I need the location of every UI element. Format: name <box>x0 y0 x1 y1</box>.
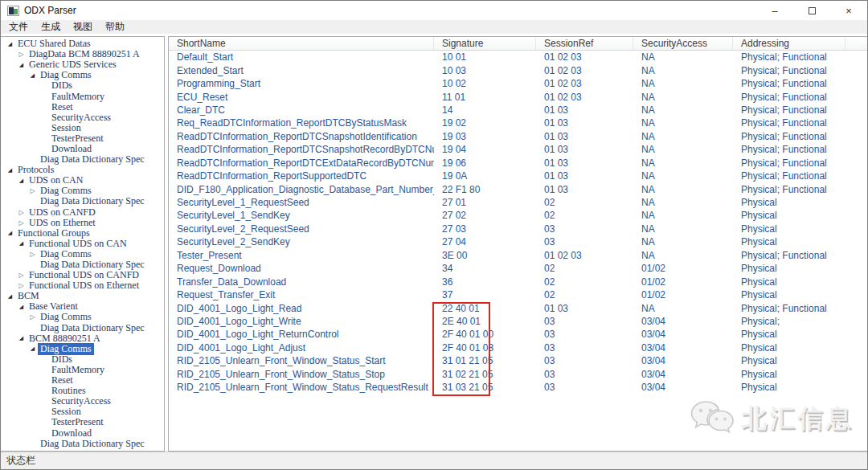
table-row[interactable]: DID_F180_Application_Diagnostic_Database… <box>169 182 867 195</box>
tree-item[interactable]: DIDs <box>1 354 164 365</box>
tree-item[interactable]: ◢BCM <box>1 291 164 301</box>
tree-item[interactable]: ▷Diag Comms <box>1 186 164 196</box>
menu-item-2[interactable]: 生成 <box>35 20 67 34</box>
expanded-icon[interactable]: ◢ <box>16 178 27 184</box>
table-row[interactable]: RID_2105_Unlearn_Front_Window_Status_Sto… <box>169 368 867 381</box>
collapsed-icon[interactable]: ▷ <box>16 219 27 227</box>
tree-item[interactable]: Session <box>1 407 164 417</box>
tree-item[interactable]: ▷Functional UDS on CANFD <box>1 270 164 280</box>
table-row[interactable]: SecurityLevel_2_RequestSeed27 0303NAPhys… <box>169 223 867 235</box>
collapsed-icon[interactable]: ▷ <box>16 51 27 58</box>
table-row[interactable]: ReadDTCInformation_ReportDTCSnapshotReco… <box>169 143 867 156</box>
collapsed-icon[interactable]: ▷ <box>16 272 27 279</box>
column-header-addressing[interactable]: Addressing <box>733 37 845 50</box>
tree-item[interactable]: Session <box>1 123 164 133</box>
collapsed-icon[interactable]: ▷ <box>16 209 27 216</box>
table-row[interactable]: Transfer_Data_Download360201/02Physical <box>169 275 867 288</box>
expanded-icon[interactable]: ◢ <box>16 304 27 310</box>
tree-item[interactable]: ◢UDS on CAN <box>1 175 164 186</box>
tree-item[interactable]: Diag Data Dictionary Spec <box>1 439 164 449</box>
table-row[interactable]: Clear_DTC1401 03NAPhysical; Functional <box>169 104 867 116</box>
table-row[interactable]: Programming_Start10 0201 02 03NAPhysical… <box>169 77 867 90</box>
tree-item[interactable]: ▷Functional UDS on Ethernet <box>1 280 164 291</box>
table-row[interactable]: ReadDTCInformation_ReportDTCSnapshotIden… <box>169 130 867 143</box>
tree-item[interactable]: ◢Diag Comms <box>1 344 164 354</box>
navigation-tree[interactable]: ◢ECU Shared Datas▷DiagData BCM 88890251 … <box>1 36 165 452</box>
tree-item[interactable]: TesterPresent <box>1 133 164 144</box>
tree-item[interactable]: Diag Data Dictionary Spec <box>1 154 164 165</box>
tree-item[interactable]: ▷Diag Comms <box>1 312 164 322</box>
tree-item[interactable]: Reset <box>1 102 164 112</box>
tree-item[interactable]: ◢Protocols <box>1 165 164 175</box>
close-button[interactable]: × <box>830 1 867 20</box>
table-row[interactable]: Extended_Start10 0301 02 03NAPhysical; F… <box>169 63 867 76</box>
tree-item[interactable]: SecurityAccess <box>1 112 164 123</box>
maximize-button[interactable] <box>793 1 830 20</box>
expanded-icon[interactable]: ◢ <box>5 41 15 47</box>
expanded-icon[interactable]: ◢ <box>16 335 27 341</box>
menu-item-3[interactable]: 视图 <box>67 20 99 34</box>
tree-item[interactable]: ◢ECU Shared Datas <box>1 39 164 49</box>
table-row[interactable]: ECU_Reset11 0101 02 03NAPhysical; Functi… <box>169 90 867 103</box>
tree-item[interactable]: FaultMemory <box>1 91 164 101</box>
minimize-button[interactable]: – <box>756 1 793 20</box>
collapsed-icon[interactable]: ▷ <box>27 187 38 194</box>
table-row[interactable]: SecurityLevel_1_RequestSeed27 0102NAPhys… <box>169 196 867 209</box>
table-row[interactable]: SecurityLevel_1_SendKey27 0202NAPhysical <box>169 209 867 222</box>
table-row[interactable]: RID_2105_Unlearn_Front_Window_Status_Req… <box>169 381 867 394</box>
expanded-icon[interactable]: ◢ <box>5 293 15 300</box>
tree-item[interactable]: Download <box>1 427 164 438</box>
expanded-icon[interactable]: ◢ <box>16 240 27 247</box>
table-row[interactable]: DID_4001_Logo_Light_Write2E 40 010303/04… <box>169 315 867 328</box>
table-row[interactable]: DID_4001_Logo_Light_Adjust2F 40 01 03030… <box>169 341 867 354</box>
tree-item[interactable]: FaultMemory <box>1 365 164 375</box>
tree-item[interactable]: ◢BCM 88890251 A <box>1 333 164 344</box>
tree-item[interactable]: ▷UDS on Ethernet <box>1 218 164 228</box>
collapsed-icon[interactable]: ▷ <box>16 282 27 289</box>
cell-signature: 19 04 <box>434 143 536 156</box>
expanded-icon[interactable]: ◢ <box>27 345 38 352</box>
tree-item[interactable]: ▷DiagData BCM 88890251 A <box>1 49 164 59</box>
column-header-shortname[interactable]: ShortName <box>169 37 434 50</box>
column-header-securityaccess[interactable]: SecurityAccess <box>633 37 733 50</box>
tree-item[interactable]: Routines <box>1 386 164 396</box>
column-header-sessionref[interactable]: SessionRef <box>536 37 633 50</box>
tree-item[interactable]: Reset <box>1 375 164 386</box>
table-row[interactable]: ReadDTCInformation_ReportDTCExtDataRecor… <box>169 157 867 170</box>
tree-item[interactable]: DIDs <box>1 80 164 91</box>
table-row[interactable]: Request_Download340201/02Physical <box>169 262 867 275</box>
tree-item-label[interactable]: Functional UDS on Ethernet <box>27 280 141 292</box>
table-row[interactable]: Tester_Present3E 0001 02 03NAPhysical; F… <box>169 249 867 262</box>
expanded-icon[interactable]: ◢ <box>5 230 15 236</box>
tree-item[interactable]: ▷UDS on CANFD <box>1 207 164 218</box>
menu-item-4[interactable]: 帮助 <box>99 20 131 34</box>
tree-item[interactable]: Diag Data Dictionary Spec <box>1 196 164 206</box>
table-row[interactable]: ReadDTCInformation_ReportSupportedDTC19 … <box>169 170 867 182</box>
tree-item[interactable]: ◢Base Varient <box>1 301 164 312</box>
tree-item[interactable]: Diag Data Dictionary Spec <box>1 260 164 270</box>
table-row[interactable]: RID_2105_Unlearn_Front_Window_Status_Sta… <box>169 354 867 367</box>
tree-item[interactable]: ◢Functional Groups <box>1 228 164 239</box>
tree-item[interactable]: ◢Functional UDS on CAN <box>1 239 164 249</box>
collapsed-icon[interactable]: ▷ <box>27 251 38 258</box>
column-header-signature[interactable]: Signature <box>434 37 536 50</box>
table-row[interactable]: DID_4001_Logo_Light_Read22 40 0101 03NAP… <box>169 301 867 314</box>
expanded-icon[interactable]: ◢ <box>16 62 27 68</box>
table-row[interactable]: Req_ReadDTCInformation_ReportDTCByStatus… <box>169 116 867 129</box>
table-row[interactable]: DID_4001_Logo_Light_ReturnControl2F 40 0… <box>169 328 867 341</box>
table-row[interactable]: Request_Transfer_Exit370201/02Physical <box>169 288 867 301</box>
tree-item[interactable]: ◢Generic UDS Services <box>1 59 164 70</box>
tree-item[interactable]: TesterPresent <box>1 417 164 427</box>
tree-item[interactable]: Download <box>1 144 164 154</box>
tree-item[interactable]: Diag Data Dictionary Spec <box>1 323 164 333</box>
menu-item-1[interactable]: 文件 <box>2 20 35 34</box>
table-row[interactable]: Default_Start10 0101 02 03NAPhysical; Fu… <box>169 51 867 63</box>
tree-item[interactable]: SecurityAccess <box>1 396 164 407</box>
tree-item[interactable]: ▷Diag Comms <box>1 249 164 260</box>
tree-item-label[interactable]: Diag Data Dictionary Spec <box>38 438 147 450</box>
expanded-icon[interactable]: ◢ <box>27 72 38 79</box>
collapsed-icon[interactable]: ▷ <box>27 313 38 321</box>
tree-item[interactable]: ◢Diag Comms <box>1 70 164 80</box>
table-row[interactable]: SecurityLevel_2_SendKey27 0403NAPhysical <box>169 235 867 248</box>
expanded-icon[interactable]: ◢ <box>5 167 15 174</box>
